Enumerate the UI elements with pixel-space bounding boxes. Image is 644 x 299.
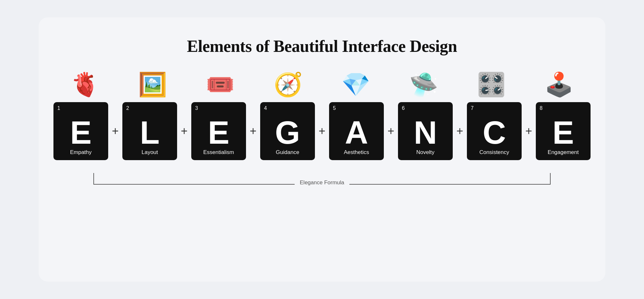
content-area: 🫀🖼️🎟️🧭💎🛸🎛️🕹️ 1EEmpathy+2LLayout+3EEssent…: [58, 73, 586, 185]
emoji-icon-layout: 🖼️: [138, 73, 167, 96]
tile-number-0: 1: [57, 105, 60, 111]
emoji-icon-empathy: 🫀: [71, 73, 99, 96]
emoji-cell-1: 🖼️: [126, 73, 179, 96]
tile-aesthetics: 5AAesthetics: [329, 102, 384, 160]
tile-wrapper-6: 7CConsistency+: [467, 102, 536, 160]
tile-label-5: Novelty: [416, 149, 435, 156]
emoji-icon-aesthetics: 💎: [341, 73, 370, 96]
bracket-bottom-left: [93, 184, 322, 185]
tile-number-3: 4: [264, 105, 267, 111]
tile-label-3: Guidance: [276, 149, 299, 156]
tile-label-6: Consistency: [479, 149, 509, 156]
tile-number-7: 8: [540, 105, 543, 111]
tile-label-0: Empathy: [70, 149, 91, 156]
tile-wrapper-1: 2LLayout+: [122, 102, 191, 160]
tile-label-1: Layout: [141, 149, 158, 156]
bracket-bottom-right: [322, 184, 551, 185]
page-title: Elements of Beautiful Interface Design: [187, 37, 457, 56]
emoji-icon-consistency: 🎛️: [477, 73, 506, 96]
tile-wrapper-5: 6NNovelty+: [398, 102, 467, 160]
tile-letter-6: C: [483, 116, 506, 149]
tile-engagement: 8EEngagement: [536, 102, 591, 160]
bracket-left-vertical: [93, 173, 94, 185]
emoji-icon-guidance: 🧭: [274, 73, 303, 96]
tile-letter-0: E: [70, 116, 92, 149]
plus-sign-1: +: [177, 124, 191, 138]
plus-sign-0: +: [108, 124, 122, 138]
plus-sign-6: +: [522, 124, 536, 138]
formula-label: Elegance Formula: [295, 179, 349, 186]
emoji-row: 🫀🖼️🎟️🧭💎🛸🎛️🕹️: [58, 73, 586, 96]
tile-letter-5: N: [414, 116, 437, 149]
tile-wrapper-7: 8EEngagement: [536, 102, 591, 160]
tile-empathy: 1EEmpathy: [53, 102, 108, 160]
tile-number-1: 2: [126, 105, 129, 111]
emoji-cell-3: 🧭: [261, 73, 315, 96]
main-card: Elements of Beautiful Interface Design 🫀…: [39, 17, 605, 282]
tile-wrapper-4: 5AAesthetics+: [329, 102, 398, 160]
plus-sign-5: +: [453, 124, 467, 138]
emoji-icon-novelty: 🛸: [409, 73, 438, 96]
tile-letter-3: G: [275, 116, 300, 149]
emoji-cell-5: 🛸: [397, 73, 450, 96]
emoji-cell-4: 💎: [329, 73, 383, 96]
tile-letter-4: A: [345, 116, 368, 149]
formula-bracket: Elegance Formula: [93, 169, 551, 185]
tile-consistency: 7CConsistency: [467, 102, 522, 160]
emoji-cell-0: 🫀: [58, 73, 112, 96]
plus-sign-4: +: [384, 124, 398, 138]
plus-sign-2: +: [246, 124, 260, 138]
tile-letter-2: E: [208, 116, 230, 149]
tile-wrapper-2: 3EEssentialism+: [191, 102, 260, 160]
emoji-cell-7: 🕹️: [532, 73, 586, 96]
tile-label-4: Aesthetics: [344, 149, 369, 156]
tile-number-4: 5: [333, 105, 336, 111]
plus-sign-3: +: [315, 124, 329, 138]
tile-letter-1: L: [140, 116, 159, 149]
tile-novelty: 6NNovelty: [398, 102, 453, 160]
bracket-right-vertical: [550, 173, 551, 185]
tile-essentialism: 3EEssentialism: [191, 102, 246, 160]
tile-guidance: 4GGuidance: [260, 102, 315, 160]
tile-label-7: Engagement: [548, 149, 579, 156]
emoji-icon-essentialism: 🎟️: [206, 73, 235, 96]
emoji-icon-engagement: 🕹️: [545, 73, 573, 96]
tile-layout: 2LLayout: [122, 102, 177, 160]
tile-letter-7: E: [553, 116, 574, 149]
tile-wrapper-3: 4GGuidance+: [260, 102, 329, 160]
tile-label-2: Essentialism: [203, 149, 234, 156]
tile-number-6: 7: [471, 105, 474, 111]
formula-row: Elegance Formula: [93, 169, 551, 185]
emoji-cell-6: 🎛️: [464, 73, 518, 96]
tiles-row: 1EEmpathy+2LLayout+3EEssentialism+4GGuid…: [58, 102, 586, 160]
tile-number-5: 6: [402, 105, 405, 111]
emoji-cell-2: 🎟️: [194, 73, 247, 96]
tile-wrapper-0: 1EEmpathy+: [53, 102, 122, 160]
tile-number-2: 3: [195, 105, 198, 111]
